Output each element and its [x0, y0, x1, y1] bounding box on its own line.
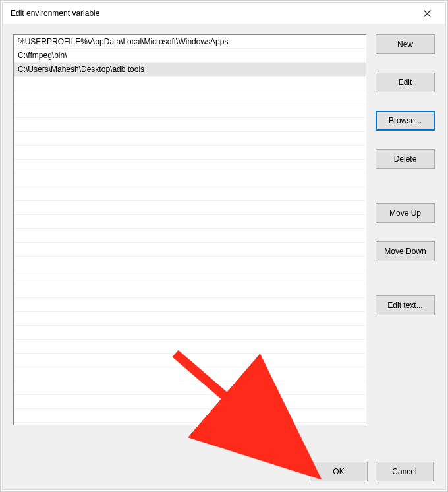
- list-item[interactable]: [14, 229, 366, 243]
- list-item[interactable]: [14, 243, 366, 257]
- ok-button[interactable]: OK: [310, 462, 368, 481]
- edit-text-button[interactable]: Edit text...: [376, 295, 435, 315]
- list-item[interactable]: [14, 312, 366, 326]
- cancel-button[interactable]: Cancel: [376, 462, 434, 481]
- list-item[interactable]: C:\ffmpeg\bin\: [14, 49, 366, 63]
- move-down-button[interactable]: Move Down: [376, 241, 435, 261]
- list-item[interactable]: [14, 215, 366, 229]
- button-column: New Edit Browse... Delete Move Up Move D…: [376, 34, 435, 450]
- list-item[interactable]: [14, 160, 366, 173]
- close-icon[interactable]: [416, 3, 437, 24]
- list-item[interactable]: [14, 395, 366, 409]
- list-item[interactable]: [14, 146, 366, 160]
- list-item[interactable]: [14, 173, 366, 187]
- list-item[interactable]: [14, 132, 366, 146]
- list-item[interactable]: [14, 409, 366, 423]
- path-listbox[interactable]: %USERPROFILE%\AppData\Local\Microsoft\Wi…: [13, 34, 366, 425]
- delete-button[interactable]: Delete: [376, 149, 435, 169]
- list-item[interactable]: [14, 326, 366, 340]
- list-item[interactable]: [14, 381, 366, 395]
- move-up-button[interactable]: Move Up: [376, 203, 435, 223]
- browse-button[interactable]: Browse...: [376, 111, 435, 131]
- list-column: %USERPROFILE%\AppData\Local\Microsoft\Wi…: [13, 34, 366, 450]
- titlebar: Edit environment variable: [3, 3, 445, 24]
- dialog: Edit environment variable %USERPROFILE%\…: [2, 2, 446, 490]
- edit-button[interactable]: Edit: [376, 73, 435, 92]
- list-item[interactable]: [14, 257, 366, 270]
- list-item[interactable]: [14, 270, 366, 284]
- list-item[interactable]: [14, 354, 366, 367]
- dialog-title: Edit environment variable: [11, 9, 99, 18]
- list-item[interactable]: C:\Users\Mahesh\Desktop\adb tools: [14, 63, 366, 77]
- list-item[interactable]: [14, 104, 366, 118]
- list-item[interactable]: [14, 340, 366, 354]
- list-item[interactable]: [14, 284, 366, 298]
- list-item[interactable]: [14, 90, 366, 104]
- list-item[interactable]: [14, 187, 366, 201]
- new-button[interactable]: New: [376, 34, 435, 54]
- list-item[interactable]: [14, 77, 366, 90]
- content-area: %USERPROFILE%\AppData\Local\Microsoft\Wi…: [13, 34, 435, 450]
- list-item[interactable]: [14, 298, 366, 312]
- list-item[interactable]: [14, 367, 366, 381]
- list-item[interactable]: %USERPROFILE%\AppData\Local\Microsoft\Wi…: [14, 35, 366, 49]
- footer: OK Cancel: [3, 454, 445, 489]
- list-item[interactable]: [14, 118, 366, 132]
- list-item[interactable]: [14, 201, 366, 215]
